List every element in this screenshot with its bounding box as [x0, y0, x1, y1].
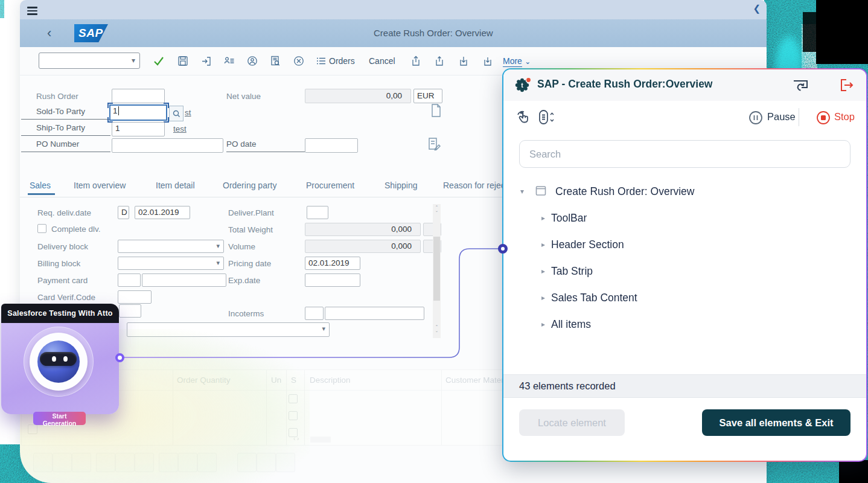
tab-shipping[interactable]: Shipping	[385, 181, 418, 190]
hidden-row-input[interactable]	[119, 304, 141, 318]
list-icon[interactable]	[313, 53, 329, 69]
sold-to-label[interactable]: Sold-To Party	[21, 107, 110, 120]
scroll-icon[interactable]	[538, 109, 555, 127]
locate-element-button[interactable]: Locate element	[519, 409, 625, 436]
share-up-icon[interactable]	[408, 53, 424, 69]
caret-right-icon[interactable]: ▸	[541, 320, 545, 328]
collapse-chevron-icon[interactable]: ❮	[753, 3, 761, 14]
exp-date-input[interactable]	[305, 273, 360, 287]
billing-block-select[interactable]: ▾	[118, 257, 224, 270]
tree-item-all-items[interactable]: ▸ All items	[503, 315, 866, 336]
tab-procurement[interactable]: Procurement	[306, 181, 354, 190]
ghost-toolbar-icon[interactable]	[197, 453, 217, 472]
ghost-toolbar-icon[interactable]	[257, 453, 276, 472]
notes-icon[interactable]	[427, 136, 441, 155]
save-icon[interactable]	[175, 53, 191, 69]
pause-button[interactable]: Pause	[767, 111, 796, 123]
sold-to-input[interactable]: 1	[109, 104, 167, 121]
tree-item-toolbar[interactable]: ▸ ToolBar	[503, 208, 866, 230]
cancel-circle-icon[interactable]	[291, 53, 307, 69]
ghost-toolbar-icon[interactable]	[53, 453, 72, 472]
ghost-toolbar-icon[interactable]	[135, 453, 154, 472]
chevron-down-icon[interactable]: ˇ	[433, 331, 441, 336]
person-list-icon[interactable]	[222, 53, 237, 69]
hamburger-menu-icon[interactable]	[27, 5, 37, 17]
caret-down-icon[interactable]: ▾	[520, 187, 524, 196]
caret-right-icon[interactable]: ▸	[541, 293, 545, 302]
tree-root-row[interactable]: ▾ Create Rush Order: Overview	[503, 182, 866, 203]
pricing-date-input[interactable]: 02.01.2019	[305, 257, 360, 270]
hscroll-left-icon[interactable]: ‹ ›	[293, 435, 299, 442]
ghost-toolbar-icon[interactable]	[276, 453, 295, 472]
rush-order-input[interactable]	[112, 89, 165, 103]
caret-right-icon[interactable]: ▸	[541, 214, 545, 222]
hscroll-thumb[interactable]	[310, 437, 331, 443]
po-number-input[interactable]	[112, 138, 223, 153]
s-cell-checkbox[interactable]	[289, 411, 298, 420]
caret-right-icon[interactable]: ▸	[541, 267, 545, 275]
confirm-check-icon[interactable]	[151, 53, 167, 69]
cancel-button[interactable]: Cancel	[369, 56, 395, 66]
req-deliv-type-input[interactable]: D	[118, 206, 129, 219]
sold-to-value-help-button[interactable]	[169, 106, 183, 121]
document-search-icon[interactable]	[267, 53, 283, 69]
more-button[interactable]: More ⌄	[503, 56, 531, 66]
ghost-toolbar-icon[interactable]	[33, 453, 53, 472]
scrollbar-thumb[interactable]	[433, 237, 440, 301]
payment-card-number-input[interactable]	[142, 273, 226, 287]
ship-to-input[interactable]: 1	[112, 122, 165, 136]
caret-right-icon[interactable]: ▸	[541, 240, 545, 249]
ghost-toolbar-icon[interactable]	[96, 453, 115, 472]
ghost-toolbar-icon[interactable]	[115, 453, 135, 472]
req-deliv-date-input[interactable]: 02.01.2019	[135, 206, 190, 219]
enter-icon[interactable]	[199, 53, 214, 69]
incoterms-code-input[interactable]	[305, 307, 324, 320]
window-restore-icon[interactable]	[791, 77, 809, 95]
back-icon[interactable]: ‹	[47, 19, 51, 47]
ghost-toolbar-icon[interactable]	[237, 453, 257, 472]
tab-ordering-party[interactable]: Ordering party	[223, 181, 276, 190]
po-date-input[interactable]	[305, 138, 358, 153]
sales-scrollbar[interactable]: ˆ ˇ ˆ ˇ	[433, 204, 441, 338]
command-combobox[interactable]: ▾	[39, 53, 140, 69]
complete-dlv-checkbox[interactable]	[37, 224, 46, 233]
tree-item-tab-strip[interactable]: ▸ Tab Strip	[503, 261, 866, 283]
chevron-up-icon[interactable]: ˆ	[433, 325, 441, 330]
order-reason-select[interactable]: ▾	[127, 322, 330, 337]
pause-icon[interactable]	[748, 110, 763, 127]
s-cell-checkbox[interactable]	[289, 394, 298, 403]
incoterms-text-input[interactable]	[325, 307, 424, 320]
download-icon[interactable]	[456, 53, 471, 69]
po-date-label[interactable]: PO date	[226, 139, 305, 152]
tree-item-header-section[interactable]: ▸ Header Section	[503, 235, 866, 257]
stop-button[interactable]: Stop	[834, 111, 855, 123]
chevron-down-icon[interactable]: ˇ	[433, 211, 441, 216]
ship-to-label[interactable]: Ship-To Party	[21, 123, 110, 136]
card-verif-code-input[interactable]	[118, 290, 152, 304]
exit-icon[interactable]	[838, 77, 854, 95]
ghost-toolbar-icon[interactable]	[72, 453, 91, 472]
download-alt-icon[interactable]	[480, 53, 496, 69]
save-all-elements-button[interactable]: Save all elements & Exit	[702, 409, 850, 436]
po-number-label[interactable]: PO Number	[21, 139, 110, 152]
atto-assistant-card: Salesforce Testing With Atto Start Gener…	[1, 304, 119, 414]
delivery-block-select[interactable]: ▾	[118, 240, 224, 253]
person-circle-icon[interactable]	[244, 53, 260, 69]
copy-page-icon[interactable]	[429, 103, 442, 122]
tab-item-detail[interactable]: Item detail	[156, 181, 195, 190]
payment-card-type-input[interactable]	[118, 273, 141, 287]
start-generation-button[interactable]: Start Generation	[33, 412, 86, 425]
deliver-plant-input[interactable]	[307, 206, 328, 219]
orders-button[interactable]: Orders	[329, 56, 355, 66]
search-input[interactable]	[519, 140, 850, 168]
tree-root-label: Create Rush Order: Overview	[555, 185, 695, 198]
stop-icon[interactable]	[816, 110, 831, 127]
tab-sales[interactable]: Sales	[30, 181, 51, 190]
tab-item-overview[interactable]: Item overview	[74, 181, 126, 190]
tap-click-icon[interactable]	[515, 110, 530, 127]
row-checkbox[interactable]	[28, 424, 37, 434]
share-up-alt-icon[interactable]	[432, 53, 447, 69]
ghost-toolbar-icon[interactable]	[178, 453, 197, 472]
ghost-toolbar-icon[interactable]	[159, 453, 178, 472]
tree-item-sales-tab-content[interactable]: ▸ Sales Tab Content	[503, 288, 866, 310]
